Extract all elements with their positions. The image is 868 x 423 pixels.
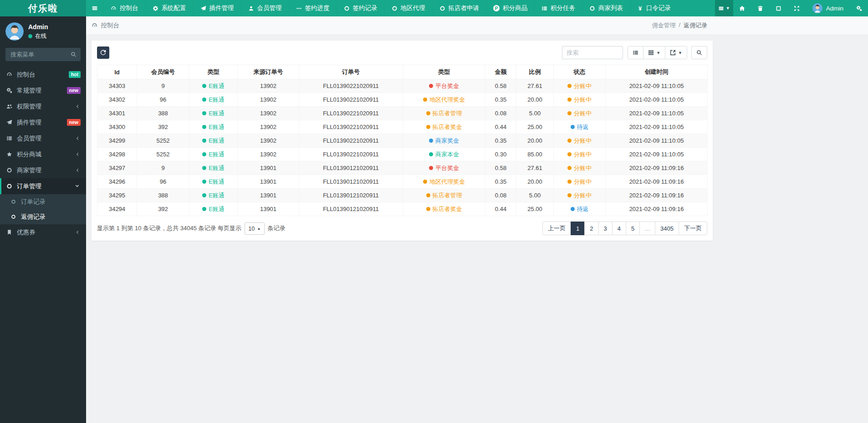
page-button-1[interactable]: 1 [571,222,585,235]
next-page-button[interactable]: 下一页 [679,222,707,235]
top-nav-item-3[interactable]: 插件管理 [193,0,241,16]
sidebar-item-7[interactable]: 商家管理 [0,162,86,178]
cell-amount: 0.30 [485,148,516,161]
sidebar-subitem-2[interactable]: 返佣记录 [0,209,86,224]
circle-icon [10,199,17,204]
flag-label: 地区代理奖金 [429,96,465,104]
table-row[interactable]: 343039E账通13902FLL01390221020911平台奖金0.582… [97,79,708,93]
home-button[interactable] [733,0,751,16]
column-header[interactable]: 会员编号 [137,65,189,79]
sidebar-item-6[interactable]: 积分商城 [0,146,86,162]
prev-page-button[interactable]: 上一页 [542,222,571,235]
table-row[interactable]: 34300392E账通13902FLL01390221020911拓店者奖金0.… [97,120,708,134]
flag-label: 分账中 [574,137,592,145]
cell-id: 34302 [97,93,137,107]
cell-commission-type: 拓店者管理 [403,189,485,202]
cell-source-order: 13902 [238,120,299,134]
table-row[interactable]: 34295388E账通13901FLL01390121020911拓店者管理0.… [97,189,708,202]
search-button[interactable] [691,46,707,59]
cell-status: 分账中 [554,107,606,120]
sidebar-item-3[interactable]: 权限管理 [0,98,86,114]
sidebar-item-5[interactable]: 会员管理 [0,130,86,146]
page-button-3405[interactable]: 3405 [655,222,679,235]
sidebar-item-label: 插件管理 [17,119,63,127]
cell-account-type: E账通 [189,148,238,161]
top-nav-item-5[interactable]: 签约进度 [289,0,337,16]
refresh-button[interactable] [97,46,109,59]
top-nav-item-4[interactable]: 会员管理 [241,0,289,16]
top-nav-item-10[interactable]: 积分任务 [534,0,582,16]
breadcrumb-parent: 佣金管理 [652,21,675,30]
fullscreen-button[interactable] [788,0,806,16]
table-row[interactable]: 342985252E账通13902FLL01390221020911商家本金0.… [97,148,708,161]
sidebar-item-4[interactable]: 插件管理new [0,114,86,130]
column-header[interactable]: 来源订单号 [238,65,299,79]
page-button-4[interactable]: 4 [612,222,626,235]
flag-label: E账通 [209,137,225,145]
columns-button[interactable]: ▼ [643,46,665,59]
table-row[interactable]: 34294392E账通13901FLL01390121020911拓店者奖金0.… [97,202,708,216]
column-header[interactable]: 类型 [189,65,238,79]
sidebar-item-1[interactable]: 控制台hot [0,67,86,83]
status-dot-icon [567,111,572,115]
top-nav-item-6[interactable]: 签约记录 [337,0,384,16]
export-icon [670,50,676,56]
user-menu[interactable]: Admin [806,0,850,16]
cell-id: 34298 [97,148,137,161]
sidebar-toggle-button[interactable] [86,0,103,16]
column-header[interactable]: 创建时间 [606,65,708,79]
cell-ratio: 27.61 [516,79,554,93]
breadcrumb-home[interactable]: 控制台 [101,21,120,30]
top-navbar: 付乐啦 控制台系统配置插件管理会员管理签约进度签约记录地区代理拓店者申请P积分商… [0,0,868,16]
page-button-2[interactable]: 2 [584,222,598,235]
brand-logo[interactable]: 付乐啦 [0,0,86,16]
sidebar-item-8[interactable]: 订单管理 [0,178,86,194]
sidebar-item-9[interactable]: 优惠券 [0,224,86,240]
user-icon [248,5,254,11]
cell-created-time: 2021-02-09 11:09:16 [606,175,708,189]
top-nav-item-2[interactable]: 系统配置 [145,0,193,16]
top-nav-item-11[interactable]: 商家列表 [582,0,630,16]
cell-status: 分账中 [554,189,606,202]
admin-settings-button[interactable] [850,0,868,16]
menu-dropdown-button[interactable]: ▼ [715,0,733,16]
status-dot-icon [567,84,572,88]
user-status: 在线 [28,32,48,40]
table-search-input[interactable] [562,46,623,59]
breadcrumb[interactable]: 控制台 [92,21,119,30]
sidebar-item-2[interactable]: 常规管理new [0,83,86,98]
menu-search-input[interactable] [5,48,81,61]
top-nav-item-1[interactable]: 控制台 [103,0,145,16]
page-button-3[interactable]: 3 [598,222,613,235]
bookmark-icon [5,229,13,235]
flag-label: 待返 [577,205,589,213]
column-header[interactable]: 状态 [554,65,606,79]
page-size-select[interactable]: 10 ▲ [245,222,264,235]
table-row[interactable]: 34301388E账通13902FLL01390221020911拓店者管理0.… [97,107,708,120]
table-row[interactable]: 3429696E账通13901FLL01390121020911地区代理奖金0.… [97,175,708,189]
cell-member-no: 96 [137,93,189,107]
top-nav-item-7[interactable]: 地区代理 [384,0,432,16]
cell-source-order: 13901 [238,202,299,216]
column-header[interactable]: 金额 [485,65,516,79]
cell-member-no: 9 [137,79,189,93]
flag-label: E账通 [209,96,225,104]
table-row[interactable]: 3430296E账通13902FLL01390221020911地区代理奖金0.… [97,93,708,107]
column-header[interactable]: 类型 [403,65,485,79]
top-nav-item-12[interactable]: ¥口令记录 [630,0,678,16]
column-header[interactable]: 比例 [516,65,554,79]
column-header[interactable]: Id [97,65,137,79]
top-nav-item-9[interactable]: P积分商品 [486,0,534,16]
table-row[interactable]: 342995252E账通13902FLL01390221020911商家奖金0.… [97,134,708,148]
toggle-view-button[interactable] [628,46,643,59]
page-button-5[interactable]: 5 [626,222,640,235]
circle-icon [589,5,595,11]
top-nav-item-8[interactable]: 拓店者申请 [432,0,486,16]
sidebar-subitem-1[interactable]: 订单记录 [0,194,86,209]
clear-cache-button[interactable] [751,0,770,16]
user-name: Admin [28,23,48,31]
export-button[interactable]: ▼ [665,46,687,59]
table-row[interactable]: 342979E账通13901FLL01390121020911平台奖金0.582… [97,161,708,175]
module-market-button[interactable] [770,0,788,16]
column-header[interactable]: 订单号 [299,65,403,79]
